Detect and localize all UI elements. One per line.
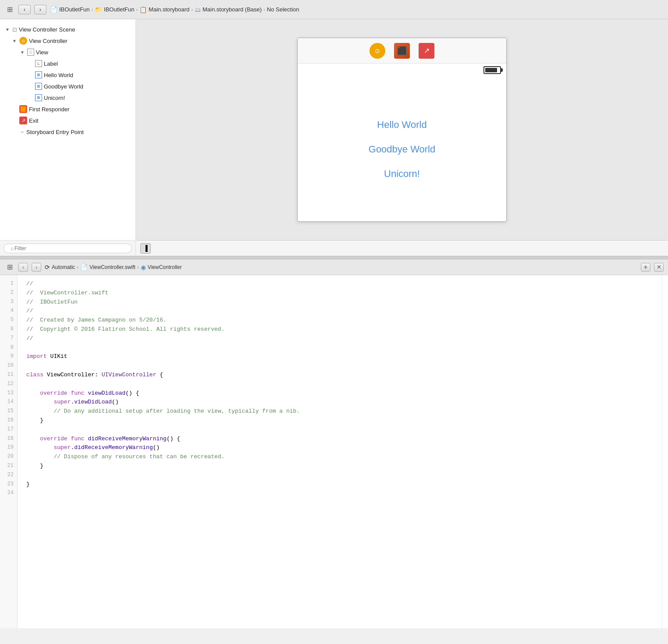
editor-toolbar: ⊞ ‹ › ⟳ Automatic › 📄 ViewController.swi…	[0, 259, 668, 275]
breadcrumb-item-3[interactable]: 📋 Main.storyboard	[139, 6, 189, 13]
breadcrumb-item-1[interactable]: 📄 IBOutletFun	[50, 6, 89, 13]
code-line-15: // Do any additional setup after loading…	[26, 407, 653, 416]
scene-arrow: ▼	[4, 27, 11, 32]
viewcontroller-label: View Controller	[29, 38, 68, 44]
code-line-6: // Copyright © 2016 Flatiron School. All…	[26, 325, 653, 334]
swift-file-icon: 📄	[80, 264, 88, 271]
scene-tree-item-view[interactable]: ▼ □ View	[0, 46, 135, 58]
code-line-13: override func viewDidLoad() {	[26, 389, 653, 398]
code-line-11: class ViewController: UIViewController {	[26, 371, 653, 380]
view-arrow: ▼	[19, 50, 25, 55]
scene-tree-item-scene[interactable]: ▼ ⊡ View Controller Scene	[0, 24, 135, 35]
line-num-23: 23	[0, 480, 17, 489]
code-line-18: override func didReceiveMemoryWarning() …	[26, 435, 653, 444]
filter-input-wrapper: ⌕	[4, 244, 132, 253]
automatic-icon: ⟳	[45, 264, 50, 271]
line-num-22: 22	[0, 471, 17, 480]
iphone-top-bar: ⊙ ⬛ ↗	[298, 38, 506, 64]
code-line-9: import UIKit	[26, 352, 653, 361]
line-num-6: 6	[0, 325, 17, 334]
breadcrumb-label-4: Main.storyboard (Base)	[203, 6, 262, 13]
editor-toolbar-right: + ✕	[641, 263, 664, 272]
hello-icon: B	[35, 71, 42, 78]
code-line-3: // IBOutletFun	[26, 298, 653, 307]
line-num-12: 12	[0, 380, 17, 389]
grid-icon[interactable]: ⊞	[4, 4, 15, 15]
scene-tree-item-label[interactable]: L Label	[0, 58, 135, 69]
view-label: View	[36, 49, 48, 56]
line-num-1: 1	[0, 280, 17, 289]
line-num-16: 16	[0, 416, 17, 425]
breadcrumb-item-2[interactable]: 📁 IBOutletFun	[95, 6, 134, 13]
entry-label: Storyboard Entry Point	[26, 129, 84, 135]
canvas-area: ⊙ ⬛ ↗ Hello World Goodbye World Unicorn!	[136, 19, 668, 240]
breadcrumb-label-3: Main.storyboard	[149, 6, 189, 13]
canvas-label-goodbye: Goodbye World	[369, 144, 435, 155]
editor-add-button[interactable]: +	[641, 263, 650, 272]
breadcrumb-item-4[interactable]: 🗂 Main.storyboard (Base)	[195, 6, 262, 13]
scene-label: View Controller Scene	[19, 26, 75, 33]
back-button[interactable]: ‹	[18, 5, 31, 14]
breadcrumb: 📄 IBOutletFun › 📁 IBOutletFun › 📋 Main.s…	[50, 6, 299, 13]
line-num-7: 7	[0, 334, 17, 343]
scene-tree-item-viewcontroller[interactable]: ▼ ⊙ View Controller	[0, 35, 135, 46]
editor-close-button[interactable]: ✕	[654, 263, 664, 272]
editor-automatic-label: Automatic	[52, 264, 75, 270]
label-icon: L	[35, 60, 42, 67]
breadcrumb-label-1: IBOutletFun	[59, 6, 89, 13]
panel-divider	[0, 256, 668, 259]
base-icon: 🗂	[195, 6, 201, 13]
filter-input[interactable]	[4, 244, 132, 253]
scene-tree-item-exit[interactable]: ↗ Exit	[0, 115, 135, 126]
exit-icon: ↗	[19, 117, 27, 124]
scene-tree-item-hello[interactable]: B Hello World	[0, 69, 135, 81]
doc-icon: 📄	[50, 6, 57, 13]
line-num-19: 19	[0, 443, 17, 453]
vc-arrow: ▼	[11, 39, 18, 43]
class-icon: ◉	[141, 264, 146, 271]
scene-tree-item-entry[interactable]: → Storyboard Entry Point	[0, 126, 135, 138]
forward-button[interactable]: ›	[34, 5, 46, 14]
editor-sep-1: ›	[77, 264, 78, 270]
code-line-10	[26, 361, 653, 371]
viewcontroller-icon: ⊙	[19, 37, 27, 45]
editor-back-button[interactable]: ‹	[18, 263, 28, 272]
scene-tree: ▼ ⊡ View Controller Scene ▼ ⊙ View Contr…	[0, 19, 136, 240]
line-num-11: 11	[0, 371, 17, 380]
editor-grid-icon[interactable]: ⊞	[4, 262, 15, 272]
inspector-button[interactable]: ▐	[140, 243, 151, 254]
view-icon: □	[27, 49, 34, 56]
code-line-20: // Dispose of any resources that can be …	[26, 453, 653, 462]
code-line-16: }	[26, 416, 653, 425]
code-line-23: }	[26, 480, 653, 489]
code-line-5: // Created by James Campagno on 5/20/16.	[26, 316, 653, 325]
entry-icon: →	[19, 129, 25, 135]
canvas-bottom-toolbar: ▐	[136, 240, 668, 256]
code-line-17	[26, 425, 653, 435]
code-editor: 1 2 3 4 5 6 7 8 9 10 11 12 13 14 15 16 1…	[0, 275, 668, 628]
scene-tree-item-goodbye[interactable]: B Goodbye World	[0, 81, 135, 92]
code-line-4: //	[26, 307, 653, 316]
unicorn-label: Unicorn!	[44, 95, 65, 101]
editor-forward-button[interactable]: ›	[32, 263, 41, 272]
line-num-24: 24	[0, 489, 17, 498]
breadcrumb-item-5[interactable]: No Selection	[267, 6, 299, 13]
goodbye-icon: B	[35, 83, 42, 90]
editor-breadcrumb: ⟳ Automatic › 📄 ViewController.swift › ◉…	[45, 264, 182, 271]
editor-sep-2: ›	[137, 264, 139, 270]
code-line-12	[26, 380, 653, 389]
iphone-status-bar	[298, 64, 506, 77]
line-num-8: 8	[0, 343, 17, 353]
scene-tree-item-firstresponder[interactable]: 🟧 First Responder	[0, 103, 135, 115]
iphone-frame: ⊙ ⬛ ↗ Hello World Goodbye World Unicorn!	[297, 38, 507, 222]
editor-file-label: ViewController.swift	[89, 264, 135, 270]
scene-tree-item-unicorn[interactable]: B Unicorn!	[0, 92, 135, 103]
line-num-3: 3	[0, 298, 17, 307]
line-num-15: 15	[0, 407, 17, 416]
label-label: Label	[44, 60, 58, 67]
code-line-24	[26, 489, 653, 498]
code-content[interactable]: // // ViewController.swift // IBOutletFu…	[18, 275, 662, 628]
code-line-19: super.didReceiveMemoryWarning()	[26, 443, 653, 453]
folder-icon: 📁	[95, 6, 102, 13]
code-line-14: super.viewDidLoad()	[26, 398, 653, 407]
